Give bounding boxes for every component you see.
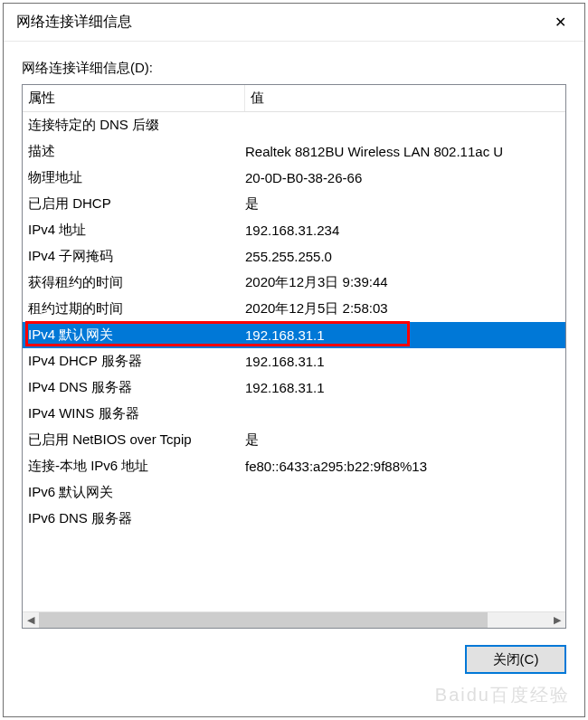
table-row[interactable]: IPv4 DHCP 服务器192.168.31.1 — [23, 348, 565, 374]
table-row[interactable]: 物理地址20-0D-B0-38-26-66 — [23, 165, 565, 191]
property-cell: 连接特定的 DNS 后缀 — [23, 117, 245, 134]
titlebar: 网络连接详细信息 ✕ — [4, 4, 584, 42]
property-cell: 已启用 NetBIOS over Tcpip — [23, 431, 245, 449]
table-header: 属性 值 — [23, 85, 565, 112]
button-row: 关闭(C) — [22, 629, 566, 674]
property-cell: IPv6 DNS 服务器 — [23, 510, 245, 527]
subtitle-label: 网络连接详细信息(D): — [22, 60, 566, 77]
scroll-track[interactable] — [39, 612, 549, 628]
property-cell: IPv4 DHCP 服务器 — [23, 353, 245, 370]
value-cell: 192.168.31.1 — [245, 380, 565, 395]
table-row[interactable]: IPv4 WINS 服务器 — [23, 401, 565, 427]
property-cell: IPv4 地址 — [23, 222, 245, 239]
table-row[interactable]: IPv4 子网掩码255.255.255.0 — [23, 243, 565, 270]
property-cell: IPv4 默认网关 — [23, 327, 245, 344]
horizontal-scrollbar[interactable]: ◀ ▶ — [23, 611, 565, 628]
close-dialog-button[interactable]: 关闭(C) — [465, 645, 566, 674]
value-cell: 2020年12月3日 9:39:44 — [245, 274, 565, 291]
value-cell: 2020年12月5日 2:58:03 — [245, 300, 565, 317]
table-body: 连接特定的 DNS 后缀描述Realtek 8812BU Wireless LA… — [23, 112, 565, 611]
table-row[interactable]: 获得租约的时间2020年12月3日 9:39:44 — [23, 270, 565, 296]
value-cell: 是 — [245, 431, 565, 449]
table-row[interactable]: 已启用 DHCP是 — [23, 191, 565, 217]
close-icon: ✕ — [555, 14, 566, 31]
value-cell: Realtek 8812BU Wireless LAN 802.11ac U — [245, 144, 565, 159]
details-table: 属性 值 连接特定的 DNS 后缀描述Realtek 8812BU Wirele… — [22, 84, 566, 629]
value-cell: 是 — [245, 195, 565, 213]
table-row[interactable]: 已启用 NetBIOS over Tcpip是 — [23, 427, 565, 453]
scroll-thumb[interactable] — [39, 612, 488, 628]
content-area: 网络连接详细信息(D): 属性 值 连接特定的 DNS 后缀描述Realtek … — [4, 42, 584, 716]
property-cell: IPv6 默认网关 — [23, 484, 245, 501]
property-cell: 获得租约的时间 — [23, 274, 245, 291]
value-cell: 192.168.31.1 — [245, 327, 565, 343]
table-row[interactable]: 描述Realtek 8812BU Wireless LAN 802.11ac U — [23, 138, 565, 165]
scroll-left-arrow-icon[interactable]: ◀ — [23, 612, 39, 628]
table-row[interactable]: 连接特定的 DNS 后缀 — [23, 112, 565, 138]
table-row[interactable]: IPv4 DNS 服务器192.168.31.1 — [23, 374, 565, 401]
header-value[interactable]: 值 — [245, 85, 565, 111]
window-title: 网络连接详细信息 — [16, 13, 132, 32]
table-row[interactable]: IPv6 DNS 服务器 — [23, 506, 565, 532]
value-cell: 192.168.31.1 — [245, 354, 565, 369]
close-button[interactable]: ✕ — [536, 4, 584, 42]
table-row[interactable]: 连接-本地 IPv6 地址fe80::6433:a295:b22:9f88%13 — [23, 453, 565, 479]
value-cell: 255.255.255.0 — [245, 249, 565, 264]
property-cell: 连接-本地 IPv6 地址 — [23, 458, 245, 475]
table-row[interactable]: IPv4 地址192.168.31.234 — [23, 217, 565, 243]
scroll-right-arrow-icon[interactable]: ▶ — [549, 612, 565, 628]
value-cell: fe80::6433:a295:b22:9f88%13 — [245, 459, 565, 474]
property-cell: 物理地址 — [23, 169, 245, 186]
header-property[interactable]: 属性 — [23, 85, 245, 111]
property-cell: 租约过期的时间 — [23, 300, 245, 317]
property-cell: IPv4 DNS 服务器 — [23, 379, 245, 396]
value-cell: 20-0D-B0-38-26-66 — [245, 170, 565, 185]
property-cell: 已启用 DHCP — [23, 195, 245, 213]
dialog-window: 网络连接详细信息 ✕ 网络连接详细信息(D): 属性 值 连接特定的 DNS 后… — [3, 3, 585, 717]
property-cell: 描述 — [23, 143, 245, 160]
table-row[interactable]: IPv4 默认网关192.168.31.1 — [23, 322, 565, 348]
table-row[interactable]: 租约过期的时间2020年12月5日 2:58:03 — [23, 296, 565, 322]
table-row[interactable]: IPv6 默认网关 — [23, 479, 565, 506]
value-cell: 192.168.31.234 — [245, 223, 565, 238]
property-cell: IPv4 子网掩码 — [23, 248, 245, 265]
property-cell: IPv4 WINS 服务器 — [23, 405, 245, 422]
